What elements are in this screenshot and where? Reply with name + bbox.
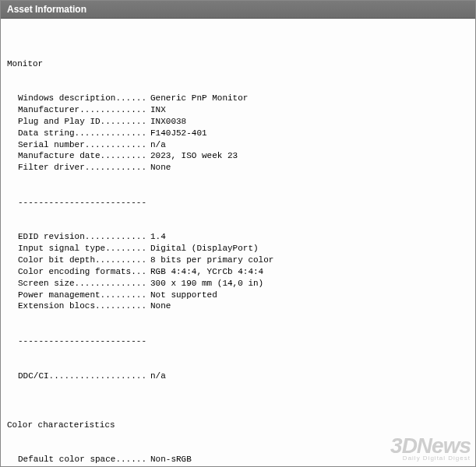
row-value: n/a bbox=[150, 139, 166, 151]
info-row: Color encoding formats...RGB 4:4:4, YCrC… bbox=[7, 266, 469, 278]
info-row: Color bit depth..........8 bits per prim… bbox=[7, 255, 469, 266]
asset-info-window: Asset Information Monitor Windows descri… bbox=[0, 0, 476, 467]
row-label: EDID revision............ bbox=[18, 231, 150, 243]
row-value: 8 bits per primary color bbox=[150, 255, 273, 266]
info-row: Windows description......Generic PnP Mon… bbox=[7, 93, 469, 104]
separator: ------------------------- bbox=[7, 335, 469, 347]
info-row: Extension blocs..........None bbox=[7, 300, 469, 312]
row-value: INX0038 bbox=[150, 116, 186, 128]
row-label: Power management......... bbox=[18, 290, 150, 301]
row-label: Filter driver............ bbox=[18, 162, 150, 174]
info-row: Screen size..............300 x 190 mm (1… bbox=[7, 278, 469, 290]
row-label: DDC/CI................... bbox=[18, 370, 150, 382]
row-label: Screen size.............. bbox=[18, 278, 150, 290]
info-row: Default color space......Non-sRGB bbox=[7, 454, 469, 465]
row-value: n/a bbox=[150, 370, 166, 382]
info-row: Data string..............F140J52-401 bbox=[7, 128, 469, 139]
section-heading-monitor: Monitor bbox=[7, 58, 469, 70]
row-value: 1.4 bbox=[150, 231, 166, 243]
info-row: Serial number............n/a bbox=[7, 139, 469, 151]
info-row: EDID revision............1.4 bbox=[7, 231, 469, 243]
row-label: Manufacturer............. bbox=[18, 104, 150, 116]
row-value: Digital (DisplayPort) bbox=[150, 243, 259, 255]
row-label: Serial number............ bbox=[18, 139, 150, 151]
info-row: Power management.........Not supported bbox=[7, 290, 469, 301]
section-heading-color: Color characteristics bbox=[7, 420, 469, 431]
info-row: Plug and Play ID.........INX0038 bbox=[7, 116, 469, 128]
row-value: 2023, ISO week 23 bbox=[150, 150, 238, 162]
window-titlebar: Asset Information bbox=[1, 1, 475, 19]
row-value: RGB 4:4:4, YCrCb 4:4:4 bbox=[150, 266, 263, 278]
row-value: F140J52-401 bbox=[150, 128, 207, 139]
info-row: Manufacture date.........2023, ISO week … bbox=[7, 150, 469, 162]
info-row: Input signal type........Digital (Displa… bbox=[7, 243, 469, 255]
row-value: Non-sRGB bbox=[150, 454, 192, 465]
row-value: Generic PnP Monitor bbox=[150, 93, 248, 104]
separator: ------------------------- bbox=[7, 197, 469, 209]
row-label: Data string.............. bbox=[18, 128, 150, 139]
row-label: Color encoding formats... bbox=[18, 266, 150, 278]
row-label: Plug and Play ID......... bbox=[18, 116, 150, 128]
info-row: Filter driver............None bbox=[7, 162, 469, 174]
row-label: Manufacture date......... bbox=[18, 150, 150, 162]
row-value: None bbox=[150, 300, 171, 312]
row-label: Windows description...... bbox=[18, 93, 150, 104]
row-label: Color bit depth.......... bbox=[18, 255, 150, 266]
row-label: Input signal type........ bbox=[18, 243, 150, 255]
row-value: None bbox=[150, 162, 171, 174]
window-title: Asset Information bbox=[7, 4, 86, 15]
info-row: Manufacturer.............INX bbox=[7, 104, 469, 116]
row-value: INX bbox=[150, 104, 166, 116]
content-area: Monitor Windows description......Generic… bbox=[1, 19, 475, 467]
row-value: Not supported bbox=[150, 290, 217, 301]
row-label: Extension blocs.......... bbox=[18, 300, 150, 312]
row-value: 300 x 190 mm (14,0 in) bbox=[150, 278, 263, 290]
row-label: Default color space...... bbox=[18, 454, 150, 465]
info-row: DDC/CI...................n/a bbox=[7, 370, 469, 382]
